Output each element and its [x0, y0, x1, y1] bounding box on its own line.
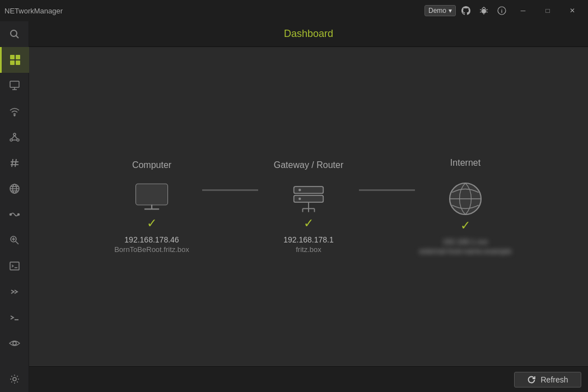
gateway-label: Gateway / Router: [274, 160, 344, 170]
gateway-node: Gateway / Router ✓ 192.168.1: [258, 160, 359, 254]
svg-line-25: [12, 159, 13, 167]
dropdown-arrow-icon: ▾: [449, 7, 452, 15]
svg-point-0: [482, 9, 486, 13]
internet-status-icon: ✓: [460, 218, 470, 233]
svg-line-26: [15, 159, 16, 167]
powershell-icon: [9, 286, 20, 297]
demo-label: Demo: [428, 7, 446, 15]
refresh-button[interactable]: Refresh: [514, 372, 581, 388]
svg-rect-12: [16, 55, 20, 59]
sidebar-item-hashtag[interactable]: [0, 150, 29, 176]
internet-ip: 192.168.1.xxx: [443, 237, 488, 246]
svg-line-23: [15, 136, 17, 139]
sidebar-bottom: [0, 366, 29, 392]
footer-bar: Refresh: [29, 366, 588, 392]
sidebar-item-topology[interactable]: [0, 124, 29, 150]
computer-icon: [9, 80, 20, 91]
svg-line-2: [480, 10, 482, 10]
svg-line-4: [480, 12, 482, 12]
cli-icon: [9, 312, 20, 323]
svg-rect-51: [294, 186, 324, 193]
app-body: Dashboard Computer ✓ 192.168.178.46 Born…: [0, 21, 588, 392]
svg-point-18: [14, 115, 15, 116]
gateway-status-icon: ✓: [304, 216, 314, 231]
gateway-ip: 192.168.178.1: [283, 235, 334, 244]
svg-point-9: [11, 30, 17, 36]
github-icon: [461, 6, 470, 15]
svg-rect-52: [294, 195, 324, 202]
sidebar-item-monitor[interactable]: [0, 330, 29, 356]
computer-node-icon: [132, 181, 171, 216]
maximize-button[interactable]: □: [536, 3, 559, 18]
info-icon-btn[interactable]: i: [494, 3, 510, 18]
globe-small-icon: [9, 183, 20, 194]
gateway-name: fritz.box: [296, 245, 321, 254]
connections-icon: [9, 209, 20, 220]
internet-label: Internet: [450, 158, 480, 168]
svg-point-53: [298, 189, 301, 191]
svg-rect-11: [10, 55, 15, 59]
sidebar-item-connections[interactable]: [0, 202, 29, 227]
app-title: NETworkManager: [4, 7, 63, 15]
computer-node: Computer ✓ 192.168.178.46 BornToBeRoot.f…: [101, 160, 202, 254]
demo-dropdown[interactable]: Demo ▾: [424, 5, 456, 16]
sidebar-item-dashboard[interactable]: [0, 47, 29, 73]
svg-point-54: [298, 197, 301, 199]
svg-point-21: [17, 139, 19, 141]
sidebar-item-lookup[interactable]: [0, 227, 29, 253]
svg-point-46: [13, 377, 16, 381]
sidebar-item-network[interactable]: [0, 73, 29, 99]
svg-line-10: [16, 36, 18, 39]
computer-name: BornToBeRoot.fritz.box: [114, 245, 189, 254]
sidebar-item-dns[interactable]: [0, 176, 29, 202]
svg-point-34: [10, 214, 11, 216]
svg-text:i: i: [501, 8, 503, 14]
sidebar-item-powershell[interactable]: [0, 279, 29, 305]
sidebar-item-search[interactable]: [0, 21, 29, 47]
svg-line-3: [486, 10, 488, 10]
search-icon: [9, 29, 20, 40]
network-diagram: Computer ✓ 192.168.178.46 BornToBeRoot.f…: [40, 158, 577, 255]
close-button[interactable]: ✕: [561, 3, 584, 18]
svg-point-20: [10, 139, 12, 141]
svg-point-35: [17, 214, 19, 216]
internet-node: Internet ✓ 192.168.1.xxx extern: [415, 158, 516, 255]
svg-line-42: [12, 266, 13, 267]
svg-rect-13: [10, 60, 15, 65]
lookup-icon: [9, 235, 20, 246]
svg-point-19: [13, 133, 16, 136]
dashboard-icon: [10, 54, 21, 66]
main-area: Computer ✓ 192.168.178.46 BornToBeRoot.f…: [29, 47, 588, 366]
bug-icon-btn[interactable]: [476, 3, 492, 18]
sidebar-item-wifi[interactable]: [0, 99, 29, 124]
header-bar: Dashboard: [29, 21, 588, 47]
gateway-node-icon: [289, 181, 328, 216]
github-icon-btn[interactable]: [458, 3, 474, 18]
svg-line-37: [16, 241, 18, 244]
computer-status-icon: ✓: [147, 216, 157, 231]
computer-label: Computer: [132, 160, 171, 170]
content: Dashboard Computer ✓ 192.168.178.46 Born…: [29, 21, 588, 392]
hashtag-icon: [9, 157, 20, 169]
svg-rect-40: [10, 262, 19, 270]
svg-rect-14: [16, 60, 20, 65]
refresh-icon: [527, 375, 536, 384]
internet-node-icon: [446, 179, 485, 218]
computer-ip: 192.168.178.46: [124, 235, 179, 244]
minimize-button[interactable]: ─: [512, 3, 534, 18]
svg-line-5: [486, 12, 488, 12]
sidebar-item-cli[interactable]: [0, 305, 29, 330]
sidebar-item-settings[interactable]: [0, 366, 29, 392]
svg-rect-48: [136, 184, 167, 204]
info-icon: i: [497, 6, 506, 15]
refresh-label: Refresh: [540, 375, 568, 384]
svg-rect-15: [10, 81, 19, 87]
topology-icon: [9, 132, 20, 143]
connector-line-2: [359, 189, 415, 191]
titlebar-right: Demo ▾ i: [424, 3, 584, 18]
eye-icon: [9, 338, 20, 349]
sidebar-item-terminal[interactable]: [0, 253, 29, 279]
svg-point-45: [13, 342, 16, 345]
wifi-icon: [9, 106, 20, 117]
internet-name: external-host-name.example: [419, 247, 512, 255]
